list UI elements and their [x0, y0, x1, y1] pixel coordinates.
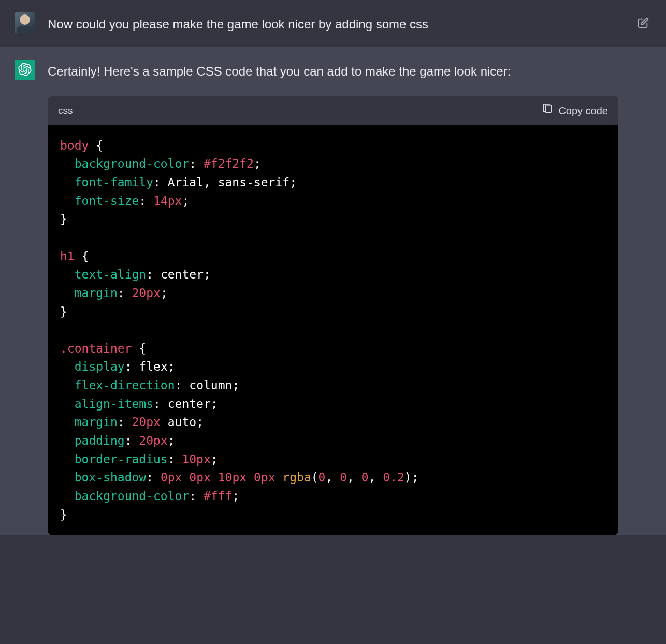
assistant-message: Certainly! Here's a sample CSS code that… — [0, 47, 666, 535]
assistant-message-text: Certainly! Here's a sample CSS code that… — [48, 62, 618, 81]
clipboard-icon — [542, 103, 553, 119]
copy-code-label: Copy code — [558, 103, 608, 119]
user-avatar — [15, 12, 35, 33]
code-language-label: css — [58, 103, 73, 119]
assistant-avatar — [15, 60, 35, 80]
svg-rect-0 — [546, 105, 552, 112]
openai-logo-icon — [18, 63, 32, 78]
edit-message-button[interactable] — [635, 16, 651, 32]
chat-thread: Now could you please make the game look … — [0, 0, 666, 535]
assistant-message-body: Certainly! Here's a sample CSS code that… — [48, 60, 618, 535]
user-message-text: Now could you please make the game look … — [48, 12, 618, 34]
user-message: Now could you please make the game look … — [0, 0, 666, 47]
code-block-header: css Copy code — [48, 96, 618, 125]
code-content[interactable]: body { background-color: #f2f2f2; font-f… — [48, 125, 618, 535]
copy-code-button[interactable]: Copy code — [542, 103, 608, 119]
edit-icon — [638, 17, 649, 31]
code-block: css Copy code body { background-color: #… — [48, 96, 618, 535]
